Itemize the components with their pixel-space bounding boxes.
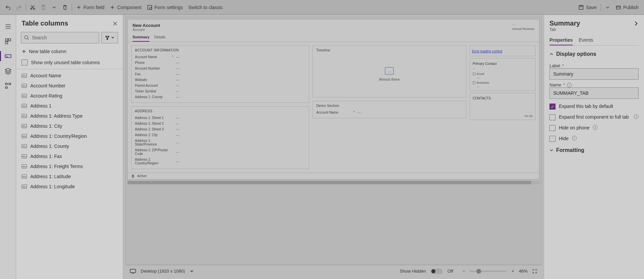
form-field[interactable]: Address 1: Country/Region---	[135, 157, 306, 166]
column-item[interactable]: AbcAddress 1	[16, 101, 123, 111]
paste-dropdown[interactable]	[49, 3, 60, 11]
section-contacts[interactable]: CONTACTS No da	[470, 93, 536, 120]
tree-icon[interactable]	[4, 82, 12, 89]
svg-rect-13	[5, 83, 7, 84]
svg-rect-9	[5, 39, 8, 41]
form-field[interactable]: Phone---	[135, 60, 306, 66]
column-item[interactable]: AbcAccount Number	[16, 81, 123, 91]
chevron-right-icon[interactable]	[633, 21, 639, 26]
hide-phone-checkbox[interactable]: Hide on phone i	[549, 125, 639, 131]
column-item[interactable]: AbcAddress 1: Latitude	[16, 171, 123, 182]
column-item[interactable]: AbcAddress 1: City	[16, 121, 123, 131]
zoom-slider[interactable]	[470, 271, 507, 272]
tab-details[interactable]: Details	[154, 35, 166, 42]
checkbox-icon[interactable]	[549, 125, 556, 131]
form-field[interactable]: Address 1: Street 2---	[135, 121, 306, 126]
section-timeline[interactable]: Timeline Almost there	[313, 45, 466, 97]
section-error[interactable]: Error loading control	[470, 45, 536, 56]
hide-checkbox[interactable]: Hide i	[549, 136, 639, 142]
field-type-icon: Abc	[22, 174, 27, 178]
tab-summary[interactable]: Summary	[133, 35, 149, 42]
form-settings-button[interactable]: Form settings	[144, 3, 186, 11]
form-card[interactable]: New Account Account ⋯ Annual Revenue Sum…	[128, 19, 539, 180]
redo-button[interactable]	[13, 3, 24, 11]
svg-rect-12	[5, 55, 11, 58]
form-field[interactable]: Fax---	[135, 71, 306, 77]
column-item[interactable]: AbcAddress 1: Freight Terms	[16, 161, 123, 171]
show-unused-checkbox-row[interactable]: Show only unused table columns	[16, 57, 123, 69]
checkbox-icon[interactable]	[549, 114, 556, 120]
info-icon[interactable]: i	[572, 136, 577, 141]
layers-icon[interactable]	[4, 67, 12, 75]
column-item[interactable]: AbcAddress 1: County	[16, 141, 123, 151]
more-icon[interactable]: ⋯	[512, 23, 534, 27]
field-type-icon: Abc	[22, 185, 27, 189]
fit-icon[interactable]	[532, 269, 537, 274]
paste-button[interactable]	[38, 3, 49, 11]
filter-button[interactable]	[101, 32, 118, 43]
expand-default-checkbox[interactable]: Expand this tab by default	[549, 104, 639, 110]
horizontal-scrollbar[interactable]	[128, 181, 539, 184]
info-icon[interactable]: i	[634, 114, 639, 119]
label-input[interactable]	[549, 68, 639, 80]
section-account-information[interactable]: ACCOUNT INFORMATION Account Name*---Phon…	[131, 45, 309, 103]
tab-events[interactable]: Events	[579, 35, 593, 45]
search-input[interactable]: Search	[21, 32, 99, 43]
publish-button[interactable]: Publish	[613, 3, 641, 11]
error-loading-control-link[interactable]: Error loading control	[472, 49, 502, 53]
expand-first-checkbox[interactable]: Expand first component to full tab i	[549, 114, 639, 120]
hamburger-icon[interactable]	[4, 23, 12, 30]
form-field[interactable]: Address 1: City---	[135, 132, 306, 138]
device-label[interactable]: Desktop (1920 x 1080)	[141, 269, 185, 274]
form-field[interactable]: Address 1: State/Province---	[135, 138, 306, 147]
close-icon[interactable]	[113, 21, 117, 26]
field-type-icon: Abc	[22, 74, 27, 78]
new-table-column-button[interactable]: New table column	[16, 45, 123, 57]
columns-icon[interactable]	[4, 52, 12, 60]
form-field[interactable]: Address 1: Street 3---	[135, 126, 306, 132]
form-field[interactable]: Website---	[135, 77, 306, 83]
checkbox-icon[interactable]	[549, 136, 556, 142]
show-hidden-toggle[interactable]	[431, 269, 443, 274]
field-type-icon: Abc	[22, 164, 27, 168]
delete-button[interactable]	[60, 3, 70, 11]
add-component-button[interactable]: Component	[107, 3, 144, 11]
column-item[interactable]: AbcAddress 1: Country/Region	[16, 131, 123, 141]
add-form-field-button[interactable]: Form field	[73, 3, 107, 11]
form-field[interactable]: Account Number---	[135, 66, 306, 71]
section-address[interactable]: ADDRESS Address 1: Street 1---Address 1:…	[131, 106, 309, 169]
form-field[interactable]: Account Name*---	[135, 54, 306, 60]
form-field[interactable]: Address 1: ZIP/Postal Code---	[135, 147, 306, 157]
form-field[interactable]: Ticker Symbol---	[135, 88, 306, 94]
section-demo[interactable]: Demo Section Account Name * ---	[313, 101, 466, 118]
display-options-header[interactable]: Display options	[549, 51, 639, 57]
form-field[interactable]: Address 1: Street 1---	[135, 115, 306, 121]
components-icon[interactable]	[4, 38, 12, 45]
form-field[interactable]: Address 1: County---	[135, 94, 306, 100]
switch-classic-button[interactable]: Switch to classic	[185, 3, 225, 11]
section-primary-contact[interactable]: Primary Contact --- Email --- Business -…	[470, 58, 536, 91]
undo-button[interactable]	[3, 3, 13, 11]
zoom-in-button[interactable]: +	[511, 269, 514, 274]
name-input[interactable]	[549, 87, 639, 99]
zoom-out-button[interactable]: −	[463, 269, 465, 274]
svg-rect-15	[5, 87, 7, 88]
column-item[interactable]: AbcAccount Name	[16, 71, 123, 81]
checkbox-icon[interactable]	[549, 104, 556, 110]
column-item[interactable]: AbcAddress 1: Longitude	[16, 182, 123, 192]
save-button[interactable]: Save	[576, 3, 599, 11]
prop-subtitle: Tab	[549, 27, 639, 32]
info-icon[interactable]: i	[593, 125, 598, 130]
save-dropdown[interactable]	[602, 3, 613, 11]
tab-properties[interactable]: Properties	[549, 35, 573, 45]
column-item[interactable]: AbcAccount Rating	[16, 91, 123, 101]
column-item[interactable]: AbcAddress 1: Fax	[16, 151, 123, 161]
field-type-icon: Abc	[22, 84, 27, 88]
checkbox-icon[interactable]	[22, 59, 28, 66]
cut-button[interactable]	[27, 3, 38, 11]
info-icon[interactable]: i	[567, 83, 572, 87]
formatting-header[interactable]: Formatting	[549, 147, 639, 153]
form-field[interactable]: Parent Account---	[135, 83, 306, 88]
column-item[interactable]: AbcAddress 1: Address Type	[16, 111, 123, 121]
chevron-down-icon[interactable]	[190, 269, 194, 273]
